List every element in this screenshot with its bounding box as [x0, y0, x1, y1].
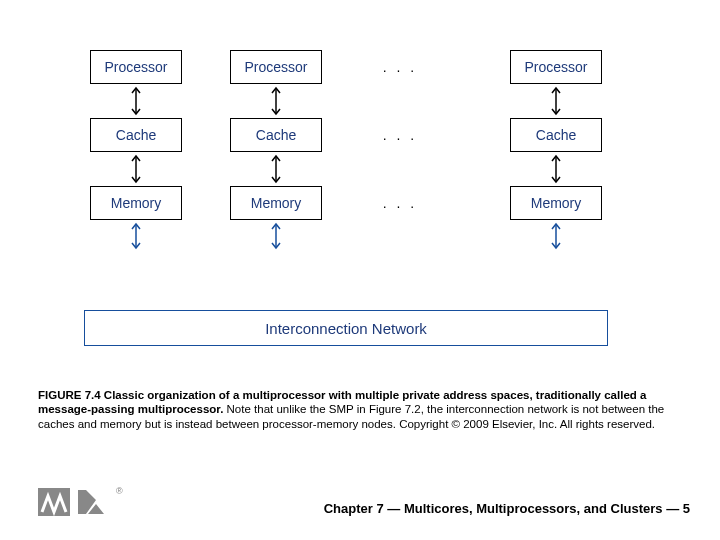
- chapter-footer-text: Chapter 7 — Multicores, Multiprocessors,…: [324, 501, 690, 516]
- cache-box: Cache: [230, 118, 322, 152]
- bidir-arrow-icon: [555, 86, 557, 116]
- ellipsis-column: . . . . . . . . .: [380, 50, 420, 220]
- node-column-n: Processor Cache Memory: [510, 50, 602, 252]
- ellipsis-icon: . . .: [380, 186, 420, 220]
- bidir-arrow-icon: [555, 222, 557, 250]
- memory-box: Memory: [90, 186, 182, 220]
- interconnect-box: Interconnection Network: [84, 310, 608, 346]
- publisher-logo-icon: ®: [38, 482, 128, 526]
- processor-box: Processor: [230, 50, 322, 84]
- svg-text:®: ®: [116, 486, 123, 496]
- bidir-arrow-icon: [275, 154, 277, 184]
- bidir-arrow-icon: [135, 154, 137, 184]
- bidir-arrow-icon: [555, 154, 557, 184]
- memory-box: Memory: [510, 186, 602, 220]
- processor-box: Processor: [510, 50, 602, 84]
- processor-box: Processor: [90, 50, 182, 84]
- cache-box: Cache: [90, 118, 182, 152]
- node-column-1: Processor Cache Memory: [90, 50, 182, 252]
- bidir-arrow-icon: [135, 222, 137, 250]
- cache-box: Cache: [510, 118, 602, 152]
- slide-footer: ® Chapter 7 — Multicores, Multiprocessor…: [0, 480, 720, 530]
- multiprocessor-diagram: Processor Cache Memory Processor Cache M…: [90, 50, 630, 360]
- ellipsis-icon: . . .: [380, 118, 420, 152]
- ellipsis-icon: . . .: [380, 50, 420, 84]
- bidir-arrow-icon: [135, 86, 137, 116]
- memory-box: Memory: [230, 186, 322, 220]
- figure-caption: FIGURE 7.4 Classic organization of a mul…: [38, 388, 682, 431]
- bidir-arrow-icon: [275, 86, 277, 116]
- bidir-arrow-icon: [275, 222, 277, 250]
- node-column-2: Processor Cache Memory: [230, 50, 322, 252]
